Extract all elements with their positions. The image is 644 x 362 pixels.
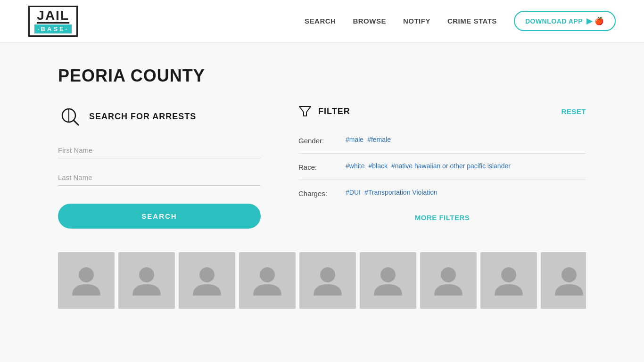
svg-point-10 xyxy=(441,267,456,282)
nav-search[interactable]: SEARCH xyxy=(305,17,336,25)
gender-tags: #male #female xyxy=(346,136,391,143)
svg-point-4 xyxy=(79,267,94,282)
mugshot-card[interactable] xyxy=(239,252,296,309)
filter-tag-transportation-violation[interactable]: #Transportation Violation xyxy=(364,189,438,196)
mugshot-card[interactable] xyxy=(118,252,175,309)
mugshot-card[interactable] xyxy=(360,252,416,309)
mugshot-silhouette xyxy=(248,262,286,299)
nav-crime-stats[interactable]: CRIME STATS xyxy=(447,17,497,25)
nav: SEARCH BROWSE NOTIFY CRIME STATS DOWNLOA… xyxy=(305,11,616,31)
last-name-group xyxy=(58,170,261,186)
filter-tag-male[interactable]: #male xyxy=(346,136,363,143)
gender-label: Gender: xyxy=(298,136,336,145)
mugshot-silhouette xyxy=(128,262,165,299)
logo[interactable]: JAIL ·BASE· xyxy=(28,6,78,37)
charges-filter-row: Charges: #DUI #Transportation Violation xyxy=(298,180,586,206)
svg-point-6 xyxy=(199,267,215,282)
svg-point-9 xyxy=(380,267,396,282)
header: JAIL ·BASE· SEARCH BROWSE NOTIFY CRIME S… xyxy=(0,0,644,42)
search-icon-container xyxy=(58,105,82,128)
mugshot-silhouette xyxy=(188,262,226,299)
download-app-button[interactable]: DOWNLOAD APP ▶ 🍎 xyxy=(514,11,616,31)
nav-notify[interactable]: NOTIFY xyxy=(403,17,430,25)
logo-jail: JAIL xyxy=(37,9,69,24)
nav-browse[interactable]: BROWSE xyxy=(353,17,386,25)
svg-line-2 xyxy=(74,120,78,125)
mugshot-silhouette xyxy=(429,262,467,299)
mugshot-silhouette xyxy=(369,262,407,299)
mugshot-silhouette xyxy=(550,262,586,299)
filter-panel: FILTER RESET Gender: #male #female Race:… xyxy=(298,105,586,229)
mugshot-card[interactable] xyxy=(480,252,537,309)
race-label: Race: xyxy=(298,162,336,171)
mugshot-card[interactable] xyxy=(179,252,235,309)
reset-button[interactable]: RESET xyxy=(561,107,586,115)
search-button[interactable]: SEARCH xyxy=(58,204,261,229)
filter-title: FILTER xyxy=(318,107,350,116)
main-content: PEORIA COUNTY SEARCH FOR ARRESTS xyxy=(39,42,605,309)
magnifier-icon xyxy=(59,106,80,127)
svg-point-11 xyxy=(501,267,516,282)
mugshot-card[interactable] xyxy=(541,252,586,309)
first-name-group xyxy=(58,142,261,158)
search-panel: SEARCH FOR ARRESTS SEARCH xyxy=(58,105,261,229)
mugshot-card[interactable] xyxy=(58,252,115,309)
mugshot-card[interactable] xyxy=(420,252,477,309)
svg-point-12 xyxy=(561,267,577,282)
gender-filter-row: Gender: #male #female xyxy=(298,127,586,154)
last-name-input[interactable] xyxy=(58,170,261,186)
svg-point-7 xyxy=(260,267,275,282)
download-app-label: DOWNLOAD APP xyxy=(525,17,583,25)
charges-label: Charges: xyxy=(298,189,336,197)
search-section-header: SEARCH FOR ARRESTS xyxy=(58,105,261,128)
filter-tag-white[interactable]: #white xyxy=(346,162,364,170)
mugshot-silhouette xyxy=(490,262,528,299)
first-name-input[interactable] xyxy=(58,142,261,158)
race-filter-row: Race: #white #black #native hawaiian or … xyxy=(298,154,586,180)
svg-point-5 xyxy=(139,267,154,282)
filter-tag-black[interactable]: #black xyxy=(368,162,387,170)
charges-tags: #DUI #Transportation Violation xyxy=(346,189,438,196)
svg-marker-3 xyxy=(299,107,311,116)
filter-icon xyxy=(298,105,312,118)
mugshot-silhouette xyxy=(67,262,105,299)
svg-point-8 xyxy=(320,267,335,282)
race-tags: #white #black #native hawaiian or other … xyxy=(346,162,511,170)
logo-base: ·BASE· xyxy=(34,25,72,33)
mugshots-row xyxy=(58,252,586,309)
filter-header: FILTER RESET xyxy=(298,105,586,118)
app-store-icons: ▶ 🍎 xyxy=(586,16,604,25)
mugshot-silhouette xyxy=(309,262,347,299)
more-filters-button[interactable]: MORE FILTERS xyxy=(298,214,586,222)
filter-tag-dui[interactable]: #DUI xyxy=(346,189,361,196)
filter-tag-female[interactable]: #female xyxy=(367,136,391,143)
filter-tag-native-hawaiian[interactable]: #native hawaiian or other pacific island… xyxy=(391,162,511,170)
search-section-title: SEARCH FOR ARRESTS xyxy=(89,112,196,122)
mugshot-card[interactable] xyxy=(299,252,356,309)
filter-header-left: FILTER xyxy=(298,105,350,118)
content-row: SEARCH FOR ARRESTS SEARCH FILTER RESET xyxy=(58,105,586,229)
county-title: PEORIA COUNTY xyxy=(58,66,586,86)
